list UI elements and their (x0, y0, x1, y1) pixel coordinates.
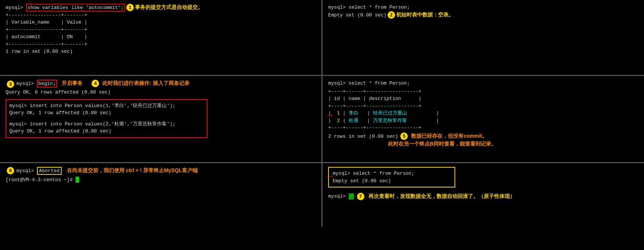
cmd-highlight-begin: begin; (37, 80, 58, 88)
table-border-1: +------------------+-------+ (6, 12, 316, 19)
insert-1-cmd: mysql> insert into Person values(1,'李白',… (9, 102, 204, 110)
annotation-7: 再次查看时，发现数据全无，数据自动回滚了。（原子性体现） (369, 193, 515, 200)
table-border-3: +------------------+-------+ (6, 41, 316, 48)
panel-left-row1: mysql> show variables like 'autocommit';… (0, 0, 321, 75)
insert-1-result: Query OK, 1 row affected (0.00 sec) (9, 109, 204, 117)
db-table-row2: | 2 | 杜甫 | 万里悲秋常作客 | (328, 117, 638, 125)
aborted-highlight: Aborted (37, 167, 62, 175)
annotation-5a: 数据已经存在，但没有commit。 (411, 133, 487, 140)
circle-1: 1 (126, 4, 134, 11)
db-table-header: | id | name | description | (328, 95, 638, 103)
cmd-aborted: mysql> Aborted (16, 167, 62, 175)
panel-right-row2: mysql> select * from Person; +----+-----… (323, 76, 644, 162)
db-table-border-3: +----+------+------------------+ (328, 124, 638, 132)
db-table-border-2: +----+------+------------------+ (328, 103, 638, 110)
annotation-1: 事务的提交方式是自动提交。 (135, 4, 203, 11)
rows-in-set: 2 rows in set (0.00 sec) (328, 133, 398, 140)
circle-2: 2 (388, 11, 395, 19)
green-cursor (349, 193, 354, 199)
annotation-2: 初始时表中数据：空表。 (396, 12, 454, 18)
db-table-row1: | 1 | 李白 | 轻舟已过万重山 | (328, 110, 638, 117)
cursor-green (76, 177, 79, 183)
table-row-autocommit: | autocommit | ON | (6, 33, 316, 41)
result-box-row3: mysql> select * from Person; Empty set (… (328, 167, 455, 188)
cmd-autocommit: mysql> show variables like 'autocommit'; (6, 4, 125, 12)
db-table-border-1: +----+------+------------------+ (328, 88, 638, 95)
panel-right-row3: mysql> select * from Person; Empty set (… (323, 163, 644, 227)
annotation-begin: 开启事务 (62, 80, 83, 87)
insert-2-result: Query OK, 1 row affected (0.00 sec) (9, 128, 204, 135)
circle-4: 4 (92, 80, 99, 87)
circle-7: 7 (357, 193, 364, 200)
empty-set-3: Empty set (0.00 sec) (333, 177, 451, 185)
table-border-2: +------------------+-------+ (6, 26, 316, 34)
mysql-prompt-final: mysql> (328, 193, 349, 200)
annotation-4: 此时我们进行表操作: 插入了两条记录 (102, 80, 189, 87)
cmd-begin: mysql> begin; (16, 80, 57, 88)
circle-3: 3 (7, 80, 14, 88)
cmd-select-person-1: mysql> select * from Person; (328, 4, 410, 11)
table-header-1: | Variable_name | Value | (6, 19, 316, 26)
annotation-7-row: mysql> 7 再次查看时，发现数据全无，数据自动回滚了。（原子性体现） (328, 193, 638, 200)
annotation-5b: 此时在另一个终点B同时查看，能查看到记录。 (388, 141, 496, 147)
cmd-select-person-3: mysql> select * from Person; (333, 170, 451, 177)
table-result-1: 1 row in set (0.00 sec) (6, 48, 316, 55)
row-3: 6 mysql> Aborted 在尚未提交前，我们使用 ctrl + \ 异常… (0, 163, 644, 227)
circle-5: 5 (400, 132, 408, 140)
panel-left-row2: 3 mysql> begin; 开启事务 4 此时我们进行表操作: 插入了两条记… (0, 76, 321, 162)
annotation-6: 在尚未提交前，我们使用 ctrl + \ 异常终止MySQL客户端 (67, 167, 198, 174)
panel-right-row1: mysql> select * from Person; Empty set (… (323, 0, 644, 75)
cmd-select-person-2: mysql> select * from Person; (328, 80, 638, 87)
circle-6: 6 (7, 167, 14, 174)
insert-2-cmd: mysql> insert into Person values(2,'杜甫',… (9, 121, 204, 128)
row-2: 3 mysql> begin; 开启事务 4 此时我们进行表操作: 插入了两条记… (0, 76, 644, 162)
cmd-highlight-1: show variables like 'autocommit'; (26, 4, 125, 12)
empty-set-1: Empty set (0.00 sec) (328, 12, 386, 19)
query-ok-begin: Query OK, 0 rows affected (0.00 sec) (6, 89, 316, 96)
shell-prompt: [root@VM-4-3-centos ~]# (6, 176, 316, 184)
row-1: mysql> show variables like 'autocommit';… (0, 0, 644, 75)
panel-left-row3: 6 mysql> Aborted 在尚未提交前，我们使用 ctrl + \ 异常… (0, 163, 321, 227)
main-container: mysql> show variables like 'autocommit';… (0, 0, 644, 250)
insert-box: mysql> insert into Person values(1,'李白',… (6, 99, 207, 138)
